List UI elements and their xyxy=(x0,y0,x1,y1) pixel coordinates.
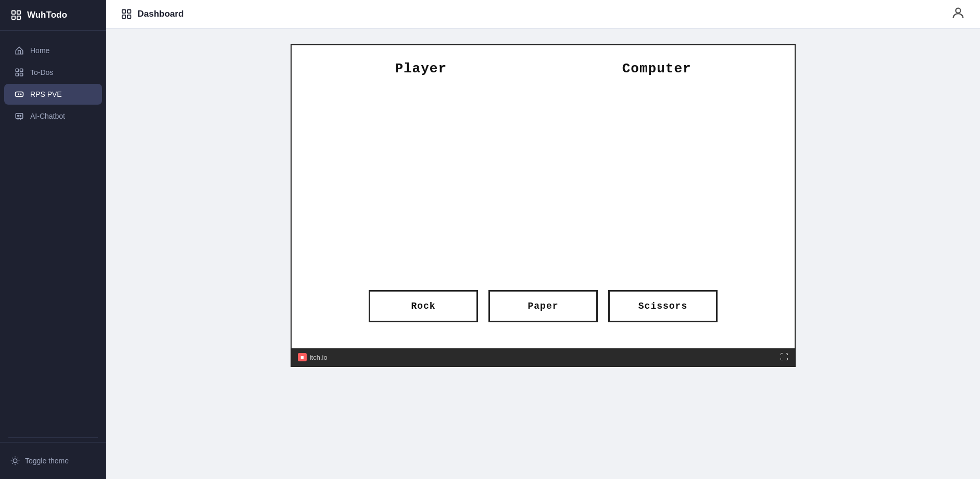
sidebar: WuhTodo Home To-Dos RPS PVE AI-Chatbot T… xyxy=(0,0,106,479)
game-play-area xyxy=(307,97,779,280)
svg-line-21 xyxy=(18,458,18,458)
svg-rect-6 xyxy=(16,73,18,76)
svg-rect-4 xyxy=(16,69,18,71)
svg-point-13 xyxy=(13,459,17,463)
svg-line-17 xyxy=(18,463,18,464)
sidebar-item-home-label: Home xyxy=(30,46,49,55)
scissors-button[interactable]: Scissors xyxy=(608,290,718,322)
player-label: Player xyxy=(395,61,447,77)
svg-rect-5 xyxy=(20,69,23,71)
sidebar-item-ai-chatbot[interactable]: AI-Chatbot xyxy=(4,106,102,127)
header-right[interactable] xyxy=(951,6,965,22)
svg-rect-25 xyxy=(128,15,131,18)
svg-point-12 xyxy=(20,115,21,116)
sidebar-item-ai-chatbot-label: AI-Chatbot xyxy=(30,112,65,120)
toggle-theme-label: Toggle theme xyxy=(25,457,69,465)
sun-icon xyxy=(10,456,20,465)
svg-rect-23 xyxy=(128,10,131,13)
header-left: Dashboard xyxy=(121,8,184,20)
sidebar-item-todos[interactable]: To-Dos xyxy=(4,62,102,83)
header: Dashboard xyxy=(106,0,980,29)
dashboard-icon xyxy=(121,8,132,20)
game-buttons: Rock Paper Scissors xyxy=(307,280,779,338)
logo-icon xyxy=(10,9,22,21)
user-icon[interactable] xyxy=(951,6,965,20)
sidebar-item-rps-pve-label: RPS PVE xyxy=(30,90,62,98)
main-content: Dashboard Player Computer Rock Paper Sci… xyxy=(106,0,980,479)
game-footer-left: ■ itch.io xyxy=(298,353,328,361)
sidebar-item-rps-pve[interactable]: RPS PVE xyxy=(4,84,102,105)
svg-point-26 xyxy=(956,8,960,13)
svg-rect-3 xyxy=(17,16,20,19)
itch-label: itch.io xyxy=(310,354,328,361)
sidebar-divider xyxy=(8,437,98,438)
svg-point-9 xyxy=(20,94,21,95)
game-footer: ■ itch.io ⛶ xyxy=(292,348,795,366)
sidebar-footer: Toggle theme xyxy=(0,442,106,479)
sidebar-item-todos-label: To-Dos xyxy=(30,68,53,77)
rock-button[interactable]: Rock xyxy=(369,290,478,322)
paper-button[interactable]: Paper xyxy=(488,290,598,322)
game-frame: Player Computer Rock Paper Scissors ■ it… xyxy=(291,44,796,367)
svg-line-20 xyxy=(12,463,12,464)
toggle-theme-button[interactable]: Toggle theme xyxy=(4,451,102,471)
svg-point-11 xyxy=(18,115,19,116)
svg-rect-0 xyxy=(12,11,15,14)
sidebar-logo: WuhTodo xyxy=(0,0,106,31)
game-area: Player Computer Rock Paper Scissors xyxy=(292,45,795,348)
gamepad-icon xyxy=(15,90,24,99)
svg-rect-22 xyxy=(122,10,125,13)
sidebar-logo-label: WuhTodo xyxy=(27,10,67,20)
todos-icon xyxy=(15,68,24,77)
svg-rect-2 xyxy=(12,16,15,19)
svg-rect-1 xyxy=(17,11,20,14)
sidebar-nav: Home To-Dos RPS PVE AI-Chatbot xyxy=(0,31,106,433)
svg-rect-7 xyxy=(20,73,23,76)
header-title: Dashboard xyxy=(137,9,184,19)
sidebar-item-home[interactable]: Home xyxy=(4,40,102,61)
chatbot-icon xyxy=(15,111,24,121)
svg-rect-24 xyxy=(122,15,125,18)
page-body: Player Computer Rock Paper Scissors ■ it… xyxy=(106,29,980,479)
computer-label: Computer xyxy=(622,61,692,77)
game-header: Player Computer xyxy=(307,61,779,77)
home-icon xyxy=(15,46,24,55)
fullscreen-button[interactable]: ⛶ xyxy=(780,352,788,362)
itch-logo: ■ xyxy=(298,353,307,361)
svg-line-16 xyxy=(12,458,12,458)
